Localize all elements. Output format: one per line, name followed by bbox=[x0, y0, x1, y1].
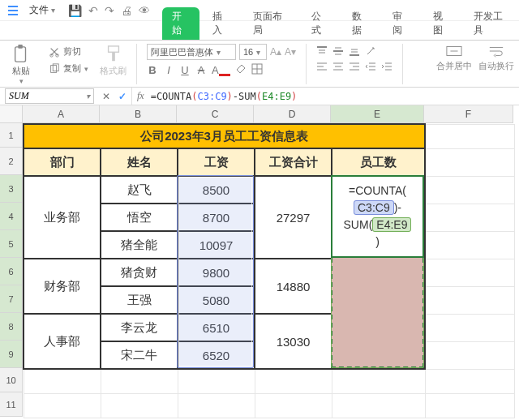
cell-name[interactable]: 猪贪财 bbox=[101, 259, 178, 286]
cell[interactable] bbox=[332, 393, 425, 418]
qat-preview-icon[interactable]: 👁 bbox=[139, 4, 150, 17]
cell-salary[interactable]: 5080 bbox=[178, 286, 255, 314]
tab-start[interactable]: 开始 bbox=[162, 7, 199, 40]
col-header-D[interactable]: D bbox=[254, 105, 331, 123]
cell-salary[interactable]: 8500 bbox=[178, 176, 255, 204]
qat-print-icon[interactable]: 🖨 bbox=[121, 4, 132, 17]
cell[interactable] bbox=[332, 369, 425, 393]
col-header-F[interactable]: F bbox=[424, 105, 513, 123]
decrease-font-icon[interactable]: A▾ bbox=[285, 46, 296, 58]
tab-review[interactable]: 审阅 bbox=[383, 7, 420, 40]
orientation-icon[interactable] bbox=[365, 44, 376, 57]
align-right-icon[interactable] bbox=[349, 60, 360, 73]
format-painter-button[interactable]: 格式刷 bbox=[100, 42, 127, 77]
cell[interactable] bbox=[101, 369, 178, 393]
align-left-icon[interactable] bbox=[316, 60, 328, 73]
cell[interactable] bbox=[425, 148, 514, 176]
row-header-8[interactable]: 8 bbox=[0, 313, 23, 341]
cell[interactable] bbox=[425, 369, 514, 393]
merge-center-button[interactable]: 合并居中 bbox=[436, 44, 472, 72]
cell[interactable] bbox=[178, 393, 255, 418]
cell-salary[interactable]: 9800 bbox=[178, 259, 255, 286]
cell-salary[interactable]: 10097 bbox=[178, 231, 255, 259]
cell[interactable] bbox=[425, 259, 514, 286]
tab-insert[interactable]: 插入 bbox=[203, 7, 240, 40]
row-header-9[interactable]: 9 bbox=[0, 341, 23, 368]
cell-salary-sum[interactable]: 13030 bbox=[255, 314, 332, 369]
qat-undo-icon[interactable]: ↶ bbox=[88, 4, 98, 17]
row-header-4[interactable]: 4 bbox=[0, 203, 23, 230]
bold-icon[interactable]: B bbox=[147, 64, 158, 76]
cell[interactable] bbox=[425, 393, 514, 418]
italic-icon[interactable]: I bbox=[163, 64, 174, 76]
font-size-combo[interactable]: 16▾ bbox=[239, 44, 267, 60]
cell-dept[interactable]: 人事部 bbox=[24, 314, 101, 369]
row-header-2[interactable]: 2 bbox=[0, 148, 23, 175]
cell[interactable] bbox=[425, 341, 514, 369]
cell[interactable] bbox=[255, 393, 332, 418]
cell-name[interactable]: 宋二牛 bbox=[101, 341, 178, 369]
spreadsheet-grid[interactable]: A B C D E F 1 2 3 4 5 6 7 8 9 10 11 bbox=[0, 105, 519, 420]
cell-emp-count-editing[interactable] bbox=[332, 176, 425, 369]
col-header-B[interactable]: B bbox=[100, 105, 177, 123]
align-top-icon[interactable] bbox=[316, 44, 328, 57]
cell[interactable] bbox=[24, 369, 101, 393]
cancel-formula-icon[interactable]: ✕ bbox=[102, 91, 110, 102]
increase-font-icon[interactable]: A▴ bbox=[270, 46, 281, 58]
indent-inc-icon[interactable] bbox=[381, 60, 392, 73]
paste-button[interactable]: 粘贴▾ bbox=[5, 42, 37, 85]
col-header-E[interactable]: E bbox=[331, 105, 424, 123]
cell-name[interactable]: 赵飞 bbox=[101, 176, 178, 204]
cell[interactable] bbox=[101, 393, 178, 418]
align-middle-icon[interactable] bbox=[332, 44, 344, 57]
row-header-10[interactable]: 10 bbox=[0, 368, 23, 392]
cell[interactable] bbox=[178, 369, 255, 393]
cell-name[interactable]: 王强 bbox=[101, 286, 178, 314]
col-header-A[interactable]: A bbox=[23, 105, 100, 123]
cell-salary-sum[interactable]: 27297 bbox=[255, 176, 332, 259]
cell-salary[interactable]: 6520 bbox=[178, 341, 255, 369]
cell-dept[interactable]: 财务部 bbox=[24, 259, 101, 314]
row-header-5[interactable]: 5 bbox=[0, 230, 23, 258]
copy-button[interactable]: 复制▾ bbox=[45, 61, 92, 76]
col-header-C[interactable]: C bbox=[177, 105, 254, 123]
cut-button[interactable]: 剪切 bbox=[45, 44, 92, 59]
header-dept[interactable]: 部门 bbox=[24, 148, 101, 176]
row-header-7[interactable]: 7 bbox=[0, 285, 23, 313]
tab-layout[interactable]: 页面布局 bbox=[243, 7, 298, 40]
cell-name[interactable]: 猪全能 bbox=[101, 231, 178, 259]
row-header-1[interactable]: 1 bbox=[0, 123, 23, 148]
cell[interactable] bbox=[425, 286, 514, 314]
header-emp-count[interactable]: 员工数 bbox=[332, 148, 425, 176]
title-cell[interactable]: 公司2023年3月员工工资信息表 bbox=[24, 124, 425, 148]
row-header-6[interactable]: 6 bbox=[0, 258, 23, 285]
cell-dept[interactable]: 业务部 bbox=[24, 176, 101, 259]
name-box[interactable]: SUM▾ bbox=[5, 88, 94, 104]
font-color-icon[interactable]: A bbox=[212, 64, 230, 76]
font-name-combo[interactable]: 阿里巴巴普惠体▾ bbox=[147, 44, 236, 60]
align-bottom-icon[interactable] bbox=[349, 44, 360, 57]
cell[interactable] bbox=[425, 124, 514, 148]
cell[interactable] bbox=[255, 369, 332, 393]
header-salary[interactable]: 工资 bbox=[178, 148, 255, 176]
cell[interactable] bbox=[425, 314, 514, 341]
strike-icon[interactable]: A bbox=[195, 64, 207, 76]
file-menu[interactable]: 文件 ▾ bbox=[26, 2, 58, 19]
fill-color-icon[interactable] bbox=[235, 63, 247, 77]
row-header-3[interactable]: 3 bbox=[0, 175, 23, 203]
tab-dev[interactable]: 开发工具 bbox=[464, 7, 519, 40]
border-icon[interactable] bbox=[251, 63, 263, 77]
header-salary-sum[interactable]: 工资合计 bbox=[255, 148, 332, 176]
row-header-11[interactable]: 11 bbox=[0, 392, 23, 417]
cell-salary-sum[interactable]: 14880 bbox=[255, 259, 332, 314]
wrap-text-button[interactable]: 自动换行 bbox=[478, 44, 514, 72]
indent-dec-icon[interactable] bbox=[365, 60, 376, 73]
cell[interactable] bbox=[425, 176, 514, 204]
cell[interactable] bbox=[425, 231, 514, 259]
align-center-icon[interactable] bbox=[332, 60, 344, 73]
header-name[interactable]: 姓名 bbox=[101, 148, 178, 176]
confirm-formula-icon[interactable]: ✓ bbox=[118, 91, 127, 102]
app-menu-button[interactable] bbox=[5, 2, 21, 19]
tab-data[interactable]: 数据 bbox=[342, 7, 380, 40]
cell-salary[interactable]: 6510 bbox=[178, 314, 255, 341]
